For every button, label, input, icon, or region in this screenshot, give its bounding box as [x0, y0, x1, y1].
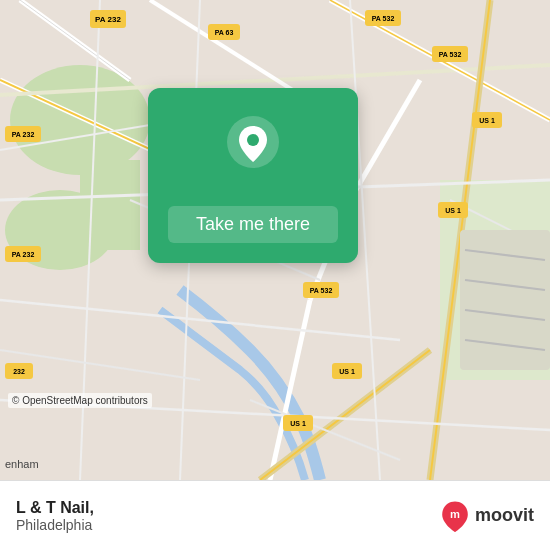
- svg-text:PA 532: PA 532: [310, 287, 333, 294]
- location-card: Take me there: [148, 88, 358, 263]
- svg-text:PA 232: PA 232: [95, 15, 121, 24]
- info-bar: L & T Nail, Philadelphia m moovit: [0, 480, 550, 550]
- svg-text:US 1: US 1: [339, 368, 355, 375]
- svg-text:m: m: [450, 508, 460, 520]
- svg-text:PA 63: PA 63: [215, 29, 234, 36]
- location-pin-icon: [227, 116, 279, 168]
- svg-point-1: [10, 65, 150, 175]
- moovit-logo: m moovit: [439, 500, 534, 532]
- moovit-icon: m: [439, 500, 471, 532]
- svg-text:PA 232: PA 232: [12, 251, 35, 258]
- take-me-there-button[interactable]: Take me there: [168, 206, 338, 243]
- svg-text:232: 232: [13, 368, 25, 375]
- svg-text:PA 532: PA 532: [439, 51, 462, 58]
- place-city: Philadelphia: [16, 517, 94, 533]
- svg-text:US 1: US 1: [445, 207, 461, 214]
- place-name: L & T Nail,: [16, 499, 94, 517]
- svg-rect-3: [80, 160, 140, 250]
- svg-text:PA 532: PA 532: [372, 15, 395, 22]
- svg-text:enham: enham: [5, 458, 39, 470]
- svg-point-62: [247, 134, 259, 146]
- svg-text:US 1: US 1: [479, 117, 495, 124]
- moovit-brand-text: moovit: [475, 505, 534, 526]
- svg-text:US 1: US 1: [290, 420, 306, 427]
- map-container: PA 232 PA 63 PA 532 PA 532 US 1 PA 232 U…: [0, 0, 550, 480]
- osm-attribution: © OpenStreetMap contributors: [8, 393, 152, 408]
- svg-text:PA 232: PA 232: [12, 131, 35, 138]
